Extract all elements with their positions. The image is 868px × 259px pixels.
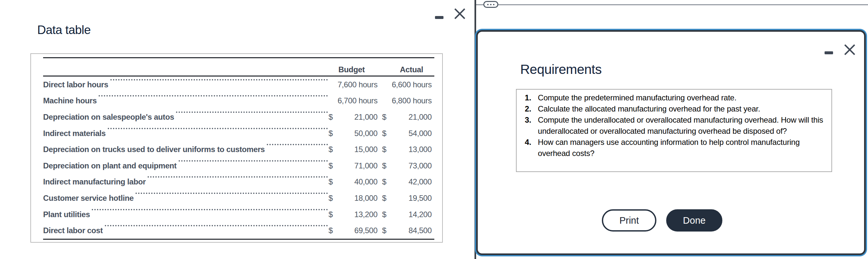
requirement-number: 1.	[525, 92, 538, 103]
actual-value: 6,600 hours	[390, 80, 432, 89]
requirement-text: How can managers use accounting informat…	[538, 137, 826, 159]
budget-value: 7,600 hours	[335, 80, 377, 89]
requirement-text: Compute the predetermined manufacturing …	[538, 92, 826, 103]
budget-value: 21,000	[335, 113, 377, 122]
table-header-row: Budget Actual	[43, 58, 434, 76]
table-row: Direct labor hours 7,600 hours 6,600 hou…	[43, 77, 434, 93]
table-row: Indirect materials $ 50,000 $ 54,000	[43, 125, 434, 142]
actual-value: 19,500	[390, 194, 432, 203]
window-top-divider	[476, 4, 868, 5]
currency-sign-budget: $	[329, 129, 335, 138]
dialog-title: Requirements	[520, 62, 601, 77]
table-row: Plant utilities $ 13,200 $ 14,200	[43, 206, 434, 223]
row-label: Customer service hotline	[43, 194, 133, 203]
budget-value: 50,000	[335, 129, 377, 138]
budget-value: 69,500	[335, 226, 377, 235]
page-title: Data table	[37, 23, 91, 37]
row-label: Direct labor cost	[43, 226, 103, 235]
currency-sign-budget: $	[329, 226, 335, 235]
actual-value: 6,800 hours	[390, 96, 432, 105]
done-button[interactable]: Done	[666, 209, 722, 232]
minimize-button[interactable]	[435, 15, 443, 20]
ellipsis-dot	[487, 4, 489, 5]
requirement-item: 3. Compute the underallocated or overall…	[517, 114, 826, 137]
table-row: Direct labor cost $ 69,500 $ 84,500	[43, 222, 434, 239]
currency-sign-budget: $	[329, 194, 335, 203]
requirement-number: 2.	[525, 103, 538, 114]
ellipsis-dot	[490, 4, 492, 5]
table-row: Machine hours 6,700 hours 6,800 hours	[43, 93, 434, 109]
requirement-number: 4.	[525, 137, 538, 159]
dialog-close-button[interactable]	[844, 44, 856, 56]
table-row: Customer service hotline $ 18,000 $ 19,5…	[43, 190, 434, 206]
print-button[interactable]: Print	[602, 209, 656, 232]
currency-sign-actual: $	[382, 177, 390, 186]
budget-value: 6,700 hours	[335, 96, 377, 105]
requirement-item: 4. How can managers use accounting infor…	[517, 137, 826, 159]
row-label: Direct labor hours	[43, 80, 108, 89]
actual-value: 42,000	[390, 177, 432, 186]
table-row: Depreciation on trucks used to deliver u…	[43, 141, 434, 157]
table-row: Indirect manufacturing labor $ 40,000 $ …	[43, 174, 434, 190]
currency-sign-budget: $	[329, 161, 335, 170]
currency-sign-actual: $	[382, 194, 390, 203]
data-table: Budget Actual Direct labor hours 7,600 h…	[30, 53, 443, 243]
close-button[interactable]	[454, 8, 466, 20]
budget-value: 13,200	[335, 210, 377, 219]
currency-sign-actual: $	[382, 113, 390, 122]
currency-sign-budget: $	[329, 113, 335, 122]
requirements-dialog: Requirements 1. Compute the predetermine…	[476, 30, 866, 255]
row-label: Indirect manufacturing labor	[43, 177, 146, 186]
minimize-icon	[825, 51, 833, 54]
requirements-list: 1. Compute the predetermined manufacturi…	[516, 89, 832, 172]
currency-sign-budget: $	[329, 145, 335, 154]
dialog-minimize-button[interactable]	[825, 50, 833, 56]
row-label: Plant utilities	[43, 210, 90, 219]
table-row: Depreciation on plant and equipment $ 71…	[43, 157, 434, 174]
actual-value: 73,000	[390, 161, 432, 170]
budget-value: 71,000	[335, 161, 377, 170]
requirement-item: 2. Calculate the allocated manufacturing…	[517, 103, 826, 114]
table-body: Direct labor hours 7,600 hours 6,600 hou…	[43, 77, 434, 239]
actual-value: 13,000	[390, 145, 432, 154]
actual-value: 14,200	[390, 210, 432, 219]
data-table-window: Data table Budget Actual Direct labor ho…	[0, 0, 476, 259]
row-label: Machine hours	[43, 96, 97, 105]
currency-sign-actual: $	[382, 145, 390, 154]
ellipsis-dot	[493, 4, 494, 5]
currency-sign-budget: $	[329, 210, 335, 219]
column-header-actual: Actual	[374, 65, 432, 74]
currency-sign-actual: $	[382, 129, 390, 138]
column-header-budget: Budget	[316, 65, 369, 74]
currency-sign-actual: $	[382, 210, 390, 219]
row-label: Depreciation on plant and equipment	[43, 161, 177, 170]
minimize-icon	[435, 16, 443, 19]
actual-value: 54,000	[390, 129, 432, 138]
close-icon	[454, 8, 466, 20]
budget-value: 18,000	[335, 194, 377, 203]
table-bottom-rule	[43, 239, 434, 240]
currency-sign-actual: $	[382, 226, 390, 235]
close-icon	[844, 44, 856, 56]
requirement-text: Compute the underallocated or overalloca…	[538, 114, 826, 137]
actual-value: 21,000	[390, 113, 432, 122]
budget-value: 15,000	[335, 145, 377, 154]
table-row: Depreciation on salespeople's autos $ 21…	[43, 109, 434, 125]
overflow-handle[interactable]	[483, 1, 498, 8]
row-label: Depreciation on salespeople's autos	[43, 113, 174, 122]
screen: Data table Budget Actual Direct labor ho…	[0, 0, 868, 259]
requirement-item: 1. Compute the predetermined manufacturi…	[517, 92, 826, 103]
currency-sign-budget: $	[329, 177, 335, 186]
requirement-text: Calculate the allocated manufacturing ov…	[538, 103, 826, 114]
requirement-number: 3.	[525, 114, 538, 137]
currency-sign-actual: $	[382, 161, 390, 170]
row-label: Indirect materials	[43, 129, 106, 138]
actual-value: 84,500	[390, 226, 432, 235]
budget-value: 40,000	[335, 177, 377, 186]
row-label: Depreciation on trucks used to deliver u…	[43, 145, 265, 154]
